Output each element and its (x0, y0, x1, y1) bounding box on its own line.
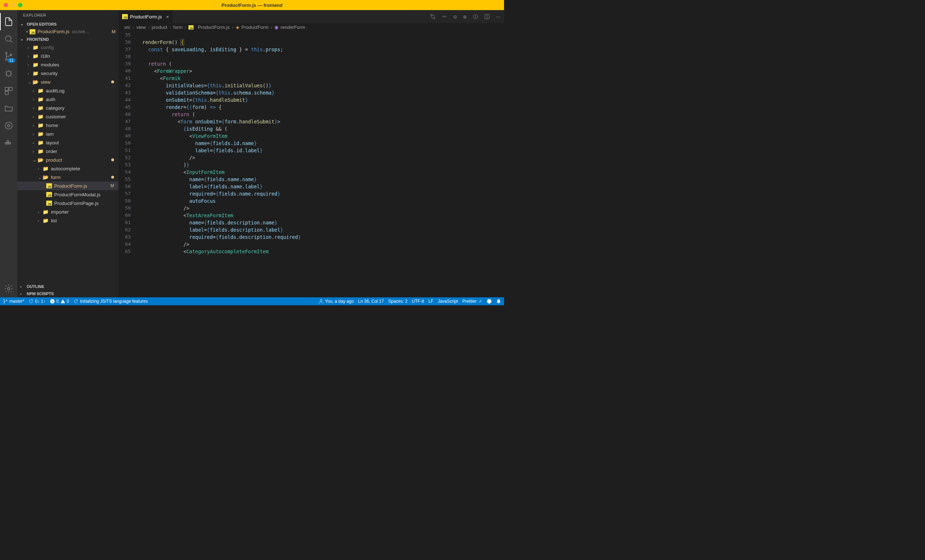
activity-settings[interactable] (0, 280, 17, 297)
breadcrumbs[interactable]: src› view› product› form› JSProductForm.… (118, 23, 504, 32)
git-branch-icon (3, 299, 8, 304)
js-file-icon: JS (46, 201, 52, 206)
modified-dot (111, 176, 114, 179)
breadcrumb-item[interactable]: product (152, 24, 167, 30)
open-editors-header[interactable]: ⌄ OPEN EDITORS (17, 20, 118, 28)
tree-importer[interactable]: ›📁importer (17, 207, 118, 216)
toggle-icon[interactable] (473, 14, 478, 20)
tree-product[interactable]: ⌄📂product (17, 156, 118, 164)
line-gutter: 3536373839404142434445464748495051525354… (118, 32, 137, 297)
tree-label: autocomplete (51, 166, 80, 171)
code-content[interactable]: renderForm() { const { saveLoading, isEd… (137, 32, 504, 297)
tree-productformmodal[interactable]: JSProductFormModal.js (17, 190, 118, 199)
breadcrumb-item[interactable]: renderForm (280, 24, 305, 30)
next-change-icon[interactable]: ⊕ (463, 14, 467, 20)
breadcrumb-item[interactable]: form (173, 24, 183, 30)
tree-productform[interactable]: JSProductForm.jsM (17, 182, 118, 190)
chevron-down-icon: ⌄ (20, 37, 25, 42)
tree-layout[interactable]: ›📁layout (17, 138, 118, 147)
status-eol[interactable]: LF (429, 299, 434, 304)
chevron-right-icon: › (27, 62, 33, 68)
tree-productformpage[interactable]: JSProductFormPage.js (17, 199, 118, 207)
tab-label: ProductForm.js (130, 14, 162, 20)
activity-debug[interactable] (0, 65, 17, 82)
tree-auth[interactable]: ›📁auth (17, 95, 118, 104)
status-bar: master* 0↓ 1↑ 0 0 Initializing JS/TS lan… (0, 297, 504, 305)
chevron-down-icon: ⌄ (20, 22, 25, 26)
code-editor[interactable]: 3536373839404142434445464748495051525354… (118, 32, 504, 297)
status-label: You, a day ago (325, 299, 354, 304)
chevron-right-icon: › (20, 284, 25, 289)
activity-gitlens[interactable] (0, 117, 17, 134)
svg-rect-5 (5, 87, 8, 90)
tree-category[interactable]: ›📁category (17, 104, 118, 112)
more-actions-icon[interactable]: ⋯ (496, 14, 500, 20)
maximize-window-button[interactable] (18, 3, 23, 7)
tree-view[interactable]: ⌄📂view (17, 78, 118, 86)
status-cursor[interactable]: Ln 36, Col 17 (358, 299, 384, 304)
git-compare-icon[interactable] (430, 14, 436, 20)
status-notifications[interactable] (496, 299, 501, 304)
tree-label: list (51, 218, 57, 223)
breadcrumb-item[interactable]: src (124, 24, 130, 30)
status-label: Initializing JS/TS language features (80, 299, 148, 304)
tree-order[interactable]: ›📁order (17, 147, 118, 156)
close-tab-icon[interactable]: × (166, 14, 169, 20)
status-prettier[interactable]: Prettier: ✓ (462, 299, 482, 304)
activity-search[interactable] (0, 30, 17, 48)
extensions-icon (4, 86, 14, 96)
status-sync[interactable]: 0↓ 1↑ (29, 299, 45, 304)
window-controls (4, 3, 23, 7)
close-window-button[interactable] (4, 3, 8, 7)
status-branch[interactable]: master* (3, 299, 24, 304)
status-lang-init[interactable]: Initializing JS/TS language features (73, 299, 148, 304)
close-icon[interactable]: × (24, 29, 30, 34)
activity-source-control[interactable]: 11 (0, 48, 17, 65)
breadcrumb-item[interactable]: ProductForm (241, 24, 269, 30)
scm-badge: 11 (8, 58, 15, 63)
tree-security[interactable]: ›📁security (17, 69, 118, 78)
folder-icon: 📁 (33, 53, 39, 59)
tree-label: view (41, 80, 51, 85)
split-editor-icon[interactable] (484, 14, 490, 20)
breadcrumb-item[interactable]: ProductForm.js (198, 24, 230, 30)
warning-icon (60, 299, 65, 304)
workspace-header[interactable]: ⌄ FRONTEND (17, 35, 118, 43)
activity-remote[interactable] (0, 100, 17, 117)
status-encoding[interactable]: UTF-8 (412, 299, 424, 304)
tree-auditlog[interactable]: ›📁auditLog (17, 86, 118, 95)
tree-i18n[interactable]: ›📁i18n (17, 52, 118, 60)
minimize-window-button[interactable] (11, 3, 15, 7)
folder-icon: 📁 (38, 131, 44, 137)
tree-iam[interactable]: ›📁iam (17, 129, 118, 138)
svg-rect-13 (7, 141, 9, 142)
tab-productform[interactable]: JS ProductForm.js × (118, 10, 173, 23)
tree-list[interactable]: ›📁list (17, 216, 118, 225)
outline-header[interactable]: › OUTLINE (17, 283, 118, 290)
svg-point-15 (431, 14, 432, 15)
status-label: master* (9, 299, 24, 304)
outline-label: OUTLINE (27, 284, 44, 289)
svg-point-2 (5, 59, 7, 60)
sync-icon (29, 299, 33, 304)
chevron-right-icon: › (38, 218, 42, 223)
tree-home[interactable]: ›📁home (17, 121, 118, 129)
status-indent[interactable]: Spaces: 2 (388, 299, 407, 304)
status-problems[interactable]: 0 0 (50, 299, 69, 304)
status-feedback[interactable] (487, 299, 492, 304)
tree-config[interactable]: ›📁config (17, 43, 118, 52)
npm-scripts-header[interactable]: › NPM SCRIPTS (17, 290, 118, 297)
activity-explorer[interactable] (0, 13, 17, 30)
tree-modules[interactable]: ›📁modules (17, 60, 118, 69)
prev-change-icon[interactable] (441, 14, 447, 20)
dash-icon[interactable]: ⊖ (453, 14, 457, 20)
activity-docker[interactable] (0, 134, 17, 152)
tree-form[interactable]: ⌄📂form (17, 173, 118, 182)
status-blame[interactable]: You, a day ago (318, 299, 354, 304)
activity-extensions[interactable] (0, 82, 17, 100)
tree-customer[interactable]: ›📁customer (17, 112, 118, 121)
tree-autocomplete[interactable]: ›📁autocomplete (17, 164, 118, 173)
breadcrumb-item[interactable]: view (137, 24, 146, 30)
status-language[interactable]: JavaScript (438, 299, 458, 304)
open-editor-productform[interactable]: × JS ProductForm.js src/vie... M (17, 28, 118, 35)
